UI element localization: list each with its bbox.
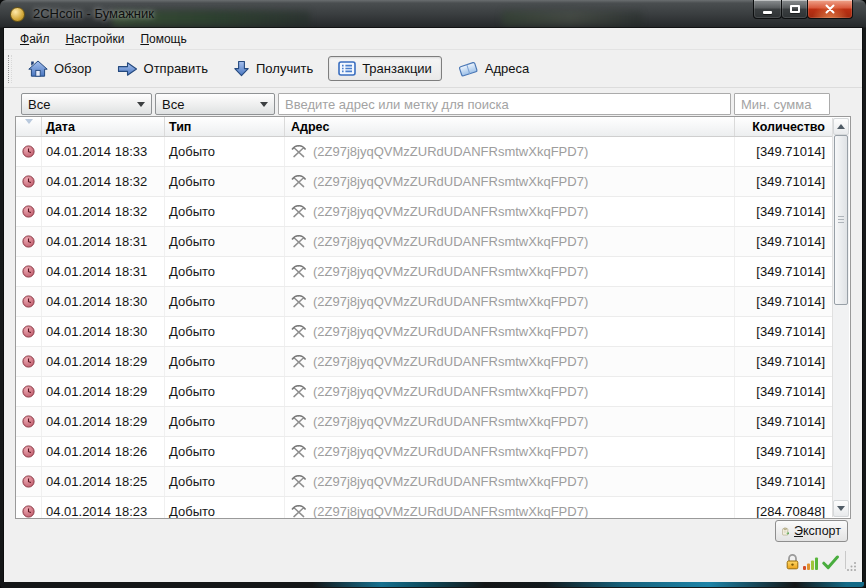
mined-pickaxe-icon [291,145,306,158]
window-title: 2CHcoin - Бумажник [33,6,154,21]
mined-pickaxe-icon [291,205,306,218]
tx-address: (2Z97j8jyqQVMzZURdUDANFRsmtwXkqFPD7) [313,144,588,159]
date-filter-dropdown[interactable]: Все [21,93,152,115]
status-bar [785,550,839,570]
tx-address-cell: (2Z97j8jyqQVMzZURdUDANFRsmtwXkqFPD7) [285,167,735,196]
minimize-icon [763,11,772,14]
tx-status-cell [16,317,42,346]
table-row[interactable]: 04.01.2014 18:32 Добыто (2Z97j8jyqQVMzZU… [16,197,833,227]
home-icon [28,60,48,77]
tx-date: 04.01.2014 18:29 [42,347,165,376]
table-row[interactable]: 04.01.2014 18:26 Добыто (2Z97j8jyqQVMzZU… [16,437,833,467]
table-row[interactable]: 04.01.2014 18:31 Добыто (2Z97j8jyqQVMzZU… [16,257,833,287]
tx-address: (2Z97j8jyqQVMzZURdUDANFRsmtwXkqFPD7) [313,474,588,489]
menu-settings[interactable]: Настройки [58,29,133,49]
app-window: 2CHcoin - Бумажник Файл Настройки Помощь [0,0,866,588]
tx-address: (2Z97j8jyqQVMzZURdUDANFRsmtwXkqFPD7) [313,444,588,459]
scrollbar-thumb[interactable] [834,135,848,305]
maximize-button[interactable] [781,0,808,19]
immature-clock-icon [22,475,35,488]
tx-address: (2Z97j8jyqQVMzZURdUDANFRsmtwXkqFPD7) [313,384,588,399]
mined-pickaxe-icon [291,295,306,308]
tx-address: (2Z97j8jyqQVMzZURdUDANFRsmtwXkqFPD7) [313,174,588,189]
tx-address-cell: (2Z97j8jyqQVMzZURdUDANFRsmtwXkqFPD7) [285,257,735,286]
vertical-scrollbar[interactable] [832,118,849,517]
table-row[interactable]: 04.01.2014 18:25 Добыто (2Z97j8jyqQVMzZU… [16,467,833,497]
table-row[interactable]: 04.01.2014 18:23 Добыто (2Z97j8jyqQVMzZU… [16,497,833,519]
tx-type: Добыто [165,257,285,286]
tx-status-cell [16,467,42,496]
transaction-rows: 04.01.2014 18:33 Добыто (2Z97j8jyqQVMzZU… [16,137,833,519]
menu-file[interactable]: Файл [12,29,58,49]
mined-pickaxe-icon [291,175,306,188]
table-row[interactable]: 04.01.2014 18:33 Добыто (2Z97j8jyqQVMzZU… [16,137,833,167]
tx-type: Добыто [165,197,285,226]
tx-amount: [349.71014] [735,197,833,226]
table-row[interactable]: 04.01.2014 18:29 Добыто (2Z97j8jyqQVMzZU… [16,407,833,437]
tx-address: (2Z97j8jyqQVMzZURdUDANFRsmtwXkqFPD7) [313,504,588,519]
table-row[interactable]: 04.01.2014 18:30 Добыто (2Z97j8jyqQVMzZU… [16,287,833,317]
tx-amount: [349.71014] [735,227,833,256]
table-row[interactable]: 04.01.2014 18:29 Добыто (2Z97j8jyqQVMzZU… [16,347,833,377]
type-filter-dropdown[interactable]: Все [155,93,275,115]
tab-transactions[interactable]: Транзакции [328,56,442,81]
tx-amount: [349.71014] [735,407,833,436]
search-input[interactable] [278,93,731,115]
tx-type: Добыто [165,287,285,316]
column-header-status[interactable] [16,117,42,136]
tx-type: Добыто [165,407,285,436]
tab-addresses[interactable]: Адреса [447,55,539,82]
tx-type: Добыто [165,467,285,496]
tx-address: (2Z97j8jyqQVMzZURdUDANFRsmtwXkqFPD7) [313,354,588,369]
tx-type: Добыто [165,227,285,256]
table-row[interactable]: 04.01.2014 18:29 Добыто (2Z97j8jyqQVMzZU… [16,377,833,407]
connections-signal-icon [803,555,819,570]
resize-grip[interactable] [847,561,857,571]
tx-status-cell [16,287,42,316]
chevron-down-icon [260,102,268,107]
tx-type: Добыто [165,317,285,346]
export-clipboard-icon [782,524,790,539]
mined-pickaxe-icon [291,505,306,518]
scroll-up-button[interactable] [833,118,849,135]
scroll-down-button[interactable] [833,500,849,517]
toolbar-drag-handle[interactable] [8,55,12,83]
close-button[interactable] [807,0,853,19]
tx-date: 04.01.2014 18:23 [42,497,165,519]
tab-receive[interactable]: Получить [223,55,323,82]
menu-help[interactable]: Помощь [132,29,194,49]
table-row[interactable]: 04.01.2014 18:30 Добыто (2Z97j8jyqQVMzZU… [16,317,833,347]
column-header-address[interactable]: Адрес [285,117,735,136]
tab-addresses-label: Адреса [485,61,529,76]
tx-date: 04.01.2014 18:31 [42,227,165,256]
tx-address-cell: (2Z97j8jyqQVMzZURdUDANFRsmtwXkqFPD7) [285,407,735,436]
export-button[interactable]: Экспорт [775,520,848,542]
tx-status-cell [16,497,42,519]
column-header-amount[interactable]: Количество [735,117,833,136]
mined-pickaxe-icon [291,415,306,428]
tx-type: Добыто [165,377,285,406]
tx-amount: [349.71014] [735,347,833,376]
tx-address-cell: (2Z97j8jyqQVMzZURdUDANFRsmtwXkqFPD7) [285,437,735,466]
tab-transactions-label: Транзакции [362,61,432,76]
tab-send[interactable]: Отправить [107,56,218,82]
column-header-date[interactable]: Дата [42,117,165,136]
mined-pickaxe-icon [291,385,306,398]
minimize-button[interactable] [753,0,782,19]
tx-date: 04.01.2014 18:31 [42,257,165,286]
scrollbar-track[interactable] [833,135,849,500]
toolbar: Обзор Отправить Получить [4,50,862,88]
tab-overview[interactable]: Обзор [18,55,102,82]
status-separator [845,551,846,569]
table-row[interactable]: 04.01.2014 18:31 Добыто (2Z97j8jyqQVMzZU… [16,227,833,257]
tx-date: 04.01.2014 18:32 [42,167,165,196]
tx-amount: [349.71014] [735,287,833,316]
menu-bar: Файл Настройки Помощь [4,28,862,50]
tx-amount: [349.71014] [735,167,833,196]
table-row[interactable]: 04.01.2014 18:32 Добыто (2Z97j8jyqQVMzZU… [16,167,833,197]
min-amount-input[interactable] [734,93,830,115]
tx-amount: [284.70848] [735,497,833,519]
tx-amount: [349.71014] [735,317,833,346]
column-header-type[interactable]: Тип [165,117,285,136]
title-bar[interactable]: 2CHcoin - Бумажник [0,0,866,28]
